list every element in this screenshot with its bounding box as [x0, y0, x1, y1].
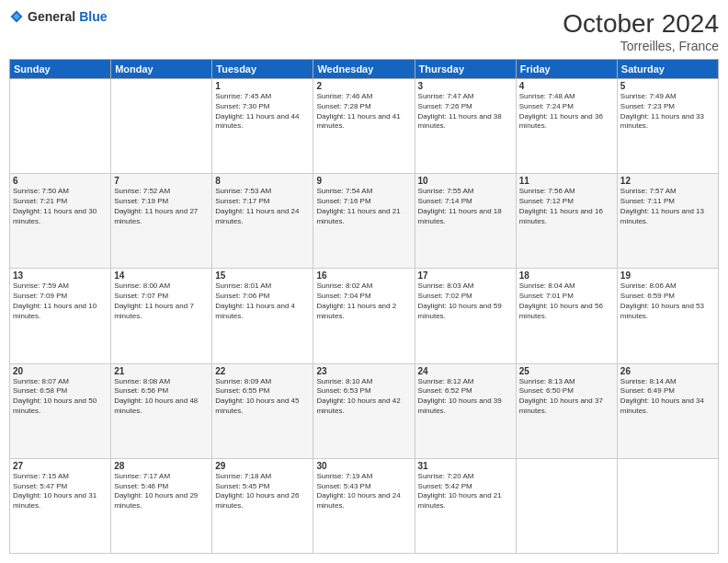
calendar-cell-w1-d3: 1Sunrise: 7:45 AM Sunset: 7:30 PM Daylig… [212, 79, 313, 174]
day-number: 30 [316, 461, 411, 471]
calendar-cell-w4-d3: 22Sunrise: 8:09 AM Sunset: 6:55 PM Dayli… [212, 363, 313, 458]
day-info: Sunrise: 7:56 AM Sunset: 7:12 PM Dayligh… [519, 187, 614, 226]
day-info: Sunrise: 8:01 AM Sunset: 7:06 PM Dayligh… [215, 282, 310, 321]
calendar-cell-w4-d2: 21Sunrise: 8:08 AM Sunset: 6:56 PM Dayli… [111, 363, 212, 458]
calendar-cell-w1-d1 [10, 79, 111, 174]
day-info: Sunrise: 8:14 AM Sunset: 6:49 PM Dayligh… [620, 377, 715, 417]
header: GeneralBlue October 2024 Torreilles, Fra… [9, 9, 719, 53]
day-number: 3 [418, 81, 513, 91]
day-number: 4 [519, 81, 614, 91]
logo: GeneralBlue [9, 9, 107, 24]
day-info: Sunrise: 7:52 AM Sunset: 7:19 PM Dayligh… [114, 187, 209, 226]
calendar-cell-w5-d5: 31Sunrise: 7:20 AM Sunset: 5:42 PM Dayli… [415, 458, 516, 553]
day-info: Sunrise: 8:06 AM Sunset: 6:59 PM Dayligh… [620, 282, 715, 321]
day-number: 11 [519, 176, 614, 186]
title-block: October 2024 Torreilles, France [563, 9, 719, 53]
page: GeneralBlue October 2024 Torreilles, Fra… [0, 0, 728, 563]
day-number: 1 [215, 81, 310, 91]
day-info: Sunrise: 8:08 AM Sunset: 6:56 PM Dayligh… [114, 377, 209, 417]
day-number: 5 [620, 81, 715, 91]
calendar-cell-w1-d6: 4Sunrise: 7:48 AM Sunset: 7:24 PM Daylig… [516, 79, 617, 174]
day-info: Sunrise: 7:59 AM Sunset: 7:09 PM Dayligh… [13, 282, 108, 321]
day-number: 24 [418, 366, 513, 376]
day-info: Sunrise: 8:03 AM Sunset: 7:02 PM Dayligh… [418, 282, 513, 321]
calendar-cell-w2-d5: 10Sunrise: 7:55 AM Sunset: 7:14 PM Dayli… [415, 174, 516, 269]
calendar-cell-w4-d6: 25Sunrise: 8:13 AM Sunset: 6:50 PM Dayli… [516, 363, 617, 458]
calendar-cell-w2-d7: 12Sunrise: 7:57 AM Sunset: 7:11 PM Dayli… [617, 174, 718, 269]
day-number: 27 [13, 461, 108, 471]
day-info: Sunrise: 8:10 AM Sunset: 6:53 PM Dayligh… [316, 377, 411, 417]
day-info: Sunrise: 7:54 AM Sunset: 7:16 PM Dayligh… [316, 187, 411, 226]
calendar-week-4: 20Sunrise: 8:07 AM Sunset: 6:58 PM Dayli… [10, 363, 719, 458]
day-info: Sunrise: 7:49 AM Sunset: 7:23 PM Dayligh… [620, 92, 715, 132]
day-number: 22 [215, 366, 310, 376]
day-number: 26 [620, 366, 715, 376]
calendar-cell-w2-d1: 6Sunrise: 7:50 AM Sunset: 7:21 PM Daylig… [10, 174, 111, 269]
calendar-cell-w3-d2: 14Sunrise: 8:00 AM Sunset: 7:07 PM Dayli… [111, 269, 212, 363]
calendar-cell-w3-d6: 18Sunrise: 8:04 AM Sunset: 7:01 PM Dayli… [516, 269, 617, 363]
col-monday: Monday [111, 60, 212, 79]
day-number: 8 [215, 176, 310, 186]
calendar-cell-w5-d7 [617, 458, 718, 553]
day-number: 28 [114, 461, 209, 471]
calendar-week-3: 13Sunrise: 7:59 AM Sunset: 7:09 PM Dayli… [10, 269, 719, 363]
calendar-cell-w3-d3: 15Sunrise: 8:01 AM Sunset: 7:06 PM Dayli… [212, 269, 313, 363]
calendar-cell-w2-d6: 11Sunrise: 7:56 AM Sunset: 7:12 PM Dayli… [516, 174, 617, 269]
day-number: 21 [114, 366, 209, 376]
day-number: 25 [519, 366, 614, 376]
day-info: Sunrise: 8:07 AM Sunset: 6:58 PM Dayligh… [13, 377, 108, 417]
day-number: 14 [114, 270, 209, 281]
day-number: 15 [215, 270, 310, 281]
day-info: Sunrise: 7:18 AM Sunset: 5:45 PM Dayligh… [215, 472, 310, 511]
day-number: 10 [418, 176, 513, 186]
day-info: Sunrise: 8:12 AM Sunset: 6:52 PM Dayligh… [418, 377, 513, 417]
calendar-cell-w4-d1: 20Sunrise: 8:07 AM Sunset: 6:58 PM Dayli… [10, 363, 111, 458]
calendar-header-row: Sunday Monday Tuesday Wednesday Thursday… [10, 60, 719, 79]
calendar-cell-w3-d4: 16Sunrise: 8:02 AM Sunset: 7:04 PM Dayli… [313, 269, 415, 363]
day-number: 2 [316, 81, 411, 91]
calendar-table: Sunday Monday Tuesday Wednesday Thursday… [9, 59, 719, 554]
day-number: 13 [13, 270, 108, 281]
col-wednesday: Wednesday [313, 60, 415, 79]
col-sunday: Sunday [10, 60, 111, 79]
calendar-cell-w1-d5: 3Sunrise: 7:47 AM Sunset: 7:26 PM Daylig… [415, 79, 516, 174]
day-number: 9 [316, 176, 411, 186]
col-saturday: Saturday [617, 60, 718, 79]
day-info: Sunrise: 7:55 AM Sunset: 7:14 PM Dayligh… [418, 187, 513, 226]
calendar-cell-w3-d7: 19Sunrise: 8:06 AM Sunset: 6:59 PM Dayli… [617, 269, 718, 363]
day-number: 31 [418, 461, 513, 471]
day-info: Sunrise: 8:00 AM Sunset: 7:07 PM Dayligh… [114, 282, 209, 321]
day-info: Sunrise: 7:48 AM Sunset: 7:24 PM Dayligh… [519, 92, 614, 132]
logo-text-general: General [28, 9, 75, 24]
calendar-cell-w5-d1: 27Sunrise: 7:15 AM Sunset: 5:47 PM Dayli… [10, 458, 111, 553]
col-friday: Friday [516, 60, 617, 79]
day-info: Sunrise: 8:09 AM Sunset: 6:55 PM Dayligh… [215, 377, 310, 417]
day-info: Sunrise: 8:02 AM Sunset: 7:04 PM Dayligh… [316, 282, 411, 321]
day-info: Sunrise: 7:46 AM Sunset: 7:28 PM Dayligh… [316, 92, 411, 132]
day-number: 6 [13, 176, 108, 186]
calendar-cell-w5-d4: 30Sunrise: 7:19 AM Sunset: 5:43 PM Dayli… [313, 458, 415, 553]
day-info: Sunrise: 7:45 AM Sunset: 7:30 PM Dayligh… [215, 92, 310, 132]
calendar-cell-w3-d5: 17Sunrise: 8:03 AM Sunset: 7:02 PM Dayli… [415, 269, 516, 363]
col-thursday: Thursday [415, 60, 516, 79]
calendar-cell-w4-d4: 23Sunrise: 8:10 AM Sunset: 6:53 PM Dayli… [313, 363, 415, 458]
calendar-cell-w5-d2: 28Sunrise: 7:17 AM Sunset: 5:46 PM Dayli… [111, 458, 212, 553]
day-info: Sunrise: 8:04 AM Sunset: 7:01 PM Dayligh… [519, 282, 614, 321]
day-number: 7 [114, 176, 209, 186]
day-info: Sunrise: 7:19 AM Sunset: 5:43 PM Dayligh… [316, 472, 411, 511]
day-number: 17 [418, 270, 513, 281]
col-tuesday: Tuesday [212, 60, 313, 79]
location-subtitle: Torreilles, France [563, 39, 719, 53]
calendar-cell-w1-d2 [111, 79, 212, 174]
day-info: Sunrise: 7:53 AM Sunset: 7:17 PM Dayligh… [215, 187, 310, 226]
calendar-week-5: 27Sunrise: 7:15 AM Sunset: 5:47 PM Dayli… [10, 458, 719, 553]
calendar-cell-w2-d4: 9Sunrise: 7:54 AM Sunset: 7:16 PM Daylig… [313, 174, 415, 269]
calendar-cell-w1-d7: 5Sunrise: 7:49 AM Sunset: 7:23 PM Daylig… [617, 79, 718, 174]
logo-icon [9, 9, 24, 24]
day-info: Sunrise: 7:17 AM Sunset: 5:46 PM Dayligh… [114, 472, 209, 511]
month-title: October 2024 [563, 9, 719, 39]
calendar-week-2: 6Sunrise: 7:50 AM Sunset: 7:21 PM Daylig… [10, 174, 719, 269]
day-info: Sunrise: 7:50 AM Sunset: 7:21 PM Dayligh… [13, 187, 108, 226]
day-number: 18 [519, 270, 614, 281]
day-number: 19 [620, 270, 715, 281]
